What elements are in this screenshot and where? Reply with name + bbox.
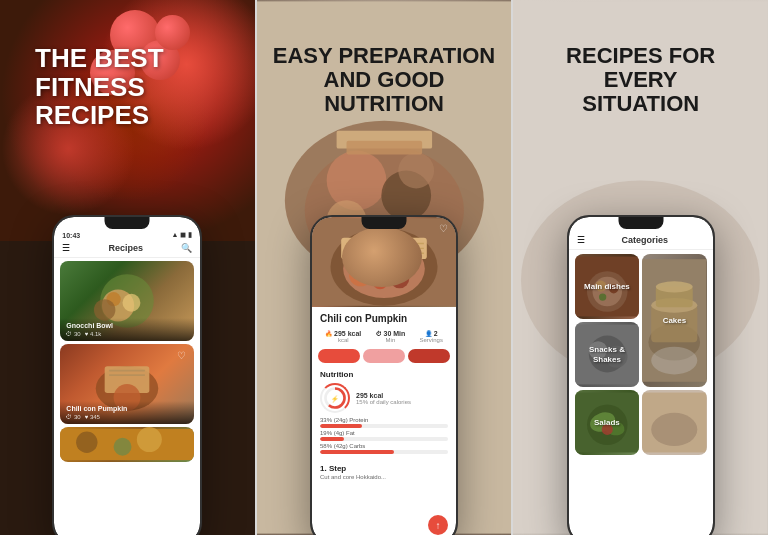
svg-point-30 [349, 263, 372, 286]
menu-icon-3[interactable]: ☰ [577, 235, 585, 245]
btn-2[interactable] [363, 349, 405, 363]
protein-fill [320, 424, 362, 428]
carbs-label: 58% (42g) Carbs [320, 443, 448, 449]
categories-grid: Main dishes Cakes [569, 250, 713, 459]
svg-point-32 [372, 274, 388, 290]
nutrition-title: Nutrition [320, 370, 448, 379]
categories-title: Categories [621, 235, 668, 245]
fab-button[interactable]: ↑ [428, 515, 448, 535]
chili-time: ⏱ 30 [66, 414, 80, 420]
btn-1[interactable] [318, 349, 360, 363]
stat-time: ⏱ 30 Min Min [376, 330, 406, 343]
category-salads[interactable]: Salads [575, 390, 640, 455]
menu-icon[interactable]: ☰ [62, 243, 70, 253]
detail-heart[interactable]: ♡ [439, 223, 448, 234]
kcal-value: 🔥 295 kcal [325, 330, 361, 337]
nutrition-ring: ⚡ [320, 383, 350, 413]
search-icon[interactable]: 🔍 [181, 243, 192, 253]
bar-fat: 19% (4g) Fat [320, 430, 448, 441]
recipe-detail-title: Chili con Pumpkin [312, 307, 456, 327]
divider-2-3 [511, 0, 513, 535]
svg-point-13 [137, 427, 162, 452]
placeholder-art [642, 390, 707, 455]
panel-1-headline: THE BEST FITNESS RECIPES [35, 44, 255, 130]
carbs-fill [320, 450, 394, 454]
phone-3-screen: ☰ Categories Main di [569, 217, 713, 535]
panel-2-headline: EASY PREPARATION AND GOOD NUTRITION [272, 44, 497, 117]
recipe-stats: 🔥 295 kcal kcal ⏱ 30 Min Min 👤 2 Serving… [312, 327, 456, 346]
category-snacks[interactable]: Snacks & Shakes [575, 322, 640, 387]
salads-label: Salads [591, 415, 623, 431]
bar-carbs: 58% (42g) Carbs [320, 443, 448, 454]
kcal-label: kcal [325, 337, 361, 343]
recipes-title: Recipes [109, 243, 144, 253]
nutrition-summary: ⚡ 295 kcal 15% of daily calories [320, 383, 448, 413]
servings-value: 👤 2 [420, 330, 443, 337]
panel-3-headline: RECIPES FOR EVERY SITUATION [528, 44, 753, 117]
main-dishes-label: Main dishes [581, 279, 633, 295]
cakes-label: Cakes [660, 313, 690, 329]
phone-1-screen: 10:43 ▲ ◼ ▮ ☰ Recipes 🔍 [54, 217, 200, 535]
category-placeholder [642, 390, 707, 455]
stat-kcal: 🔥 295 kcal kcal [325, 330, 361, 343]
phone-2-screen: ♡ Chili con Pumpkin 🔥 295 kcal kcal ⏱ 30… [312, 217, 456, 535]
panel-1: THE BEST FITNESS RECIPES 10:43 ▲ ◼ ▮ ☰ R… [0, 0, 255, 535]
gnocchi-likes: ♥ 4.1k [85, 331, 102, 337]
chili-likes: ♥ 345 [85, 414, 100, 420]
gnocchi-overlay: Gnocchi Bowl ⏱ 30 ♥ 4.1k [60, 318, 194, 341]
status-icons: ▲ ◼ ▮ [172, 231, 193, 239]
time-value: ⏱ 30 Min [376, 330, 406, 337]
category-cakes[interactable]: Cakes [642, 254, 707, 387]
phone-1: 10:43 ▲ ◼ ▮ ☰ Recipes 🔍 [52, 215, 202, 535]
phone-2-notch [362, 217, 407, 229]
step-section: 1. Step Cut and core Hokkaido... [312, 460, 456, 484]
recipe-card-partial[interactable] [60, 427, 194, 462]
svg-rect-26 [341, 238, 427, 259]
snacks-label: Snacks & Shakes [586, 342, 628, 367]
recipe-card-chili[interactable]: Chili con Pumpkin ⏱ 30 ♥ 345 ♡ [60, 344, 194, 424]
servings-label: Servings [420, 337, 443, 343]
phone-3-notch [618, 217, 663, 229]
nutrition-kcal: 295 kcal [356, 392, 411, 399]
svg-point-12 [114, 438, 132, 456]
action-buttons [312, 346, 456, 366]
phone-3: ☰ Categories Main di [567, 215, 715, 535]
svg-point-61 [651, 413, 697, 446]
time-label: Min [376, 337, 406, 343]
stat-servings: 👤 2 Servings [420, 330, 443, 343]
svg-point-3 [123, 294, 141, 312]
category-main-dishes[interactable]: Main dishes [575, 254, 640, 319]
fat-label: 19% (4g) Fat [320, 430, 448, 436]
btn-3[interactable] [408, 349, 450, 363]
step-text: Cut and core Hokkaido... [320, 474, 448, 480]
panel-2: EASY PREPARATION AND GOOD NUTRITION [257, 0, 512, 535]
svg-point-25 [343, 240, 425, 298]
protein-track [320, 424, 448, 428]
phone-3-header: ☰ Categories [569, 233, 713, 250]
detail-food-art [312, 217, 456, 307]
fat-fill [320, 437, 344, 441]
phone-2: ♡ Chili con Pumpkin 🔥 295 kcal kcal ⏱ 30… [310, 215, 458, 535]
chili-title: Chili con Pumpkin [66, 405, 188, 412]
gnocchi-meta: ⏱ 30 ♥ 4.1k [66, 331, 188, 337]
chili-heart[interactable]: ♡ [177, 350, 186, 361]
chili-overlay: Chili con Pumpkin ⏱ 30 ♥ 345 [60, 401, 194, 424]
svg-point-17 [326, 151, 386, 211]
svg-point-11 [76, 432, 97, 453]
status-time: 10:43 [62, 232, 80, 239]
svg-point-31 [390, 269, 409, 288]
gnocchi-title: Gnocchi Bowl [66, 322, 188, 329]
nutrition-section: Nutrition ⚡ 295 kcal 15% of daily calori… [312, 366, 456, 460]
svg-point-20 [398, 153, 434, 189]
divider-1-2 [255, 0, 257, 535]
partial-art [60, 427, 194, 462]
recipe-card-gnocchi[interactable]: Gnocchi Bowl ⏱ 30 ♥ 4.1k [60, 261, 194, 341]
bar-protein: 33% (24g) Protein [320, 417, 448, 428]
step-title: 1. Step [320, 464, 448, 473]
phone-1-notch [105, 217, 150, 229]
fat-track [320, 437, 448, 441]
protein-label: 33% (24g) Protein [320, 417, 448, 423]
fab-icon: ↑ [436, 520, 441, 531]
ring-chart: ⚡ [322, 383, 348, 413]
recipe-detail-image: ♡ [312, 217, 456, 307]
